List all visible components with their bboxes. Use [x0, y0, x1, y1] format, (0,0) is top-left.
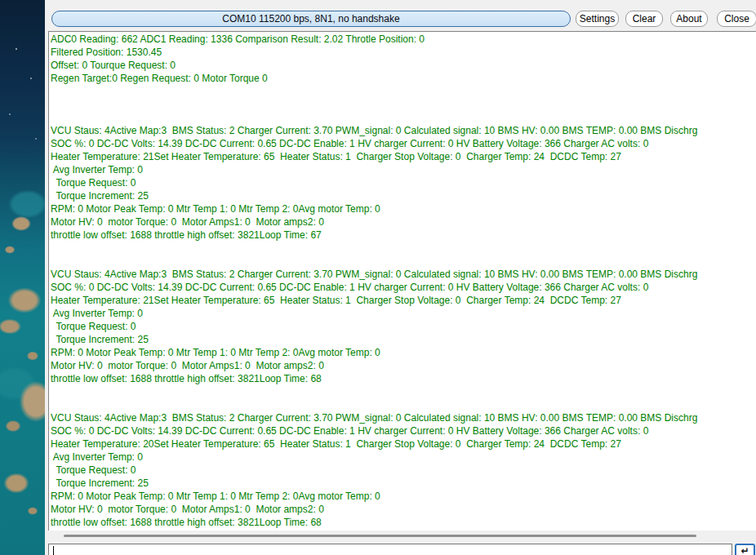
- horizontal-scrollbar[interactable]: [49, 531, 756, 542]
- terminal-line: [51, 98, 756, 111]
- terminal-line: VCU Staus: 4Active Map:3 BMS Status: 2 C…: [51, 124, 756, 137]
- terminal-line: Motor HV: 0 motor Torque: 0 Motor Amps1:…: [51, 215, 756, 229]
- terminal-line: SOC %: 0 DC-DC Volts: 14.39 DC-DC Curren…: [51, 424, 756, 437]
- receive-area[interactable]: ADC0 Reading: 662 ADC1 Reading: 1336 Com…: [48, 31, 756, 531]
- terminal-line: Avg Inverter Temp: 0: [51, 163, 756, 176]
- terminal-window: COM10 115200 bps, 8N1, no handshake Sett…: [45, 0, 756, 555]
- settings-button[interactable]: Settings: [576, 11, 619, 27]
- terminal-line: Filtered Position: 1530.45: [51, 46, 756, 59]
- terminal-line: Torque Request: 0: [51, 464, 756, 477]
- terminal-line: RPM: 0 Motor Peak Temp: 0 Mtr Temp 1: 0 …: [51, 490, 756, 503]
- terminal-line: Torque Request: 0: [51, 176, 756, 189]
- terminal-line: throttle low offset: 1688 throttle high …: [51, 372, 756, 385]
- terminal-line: SOC %: 0 DC-DC Volts: 14.39 DC-DC Curren…: [51, 137, 756, 150]
- send-button[interactable]: ↵: [735, 544, 755, 555]
- port-status-field[interactable]: COM10 115200 bps, 8N1, no handshake: [51, 11, 571, 27]
- terminal-line: VCU Staus: 4Active Map:3 BMS Status: 2 C…: [51, 268, 756, 281]
- terminal-line: Regen Target:0 Regen Request: 0 Motor To…: [51, 72, 756, 85]
- transmit-field-wrapper: [48, 544, 732, 555]
- terminal-line: Torque Request: 0: [51, 320, 756, 333]
- terminal-line: Torque Increment: 25: [51, 333, 756, 346]
- terminal-line: [51, 85, 756, 98]
- terminal-line: [51, 398, 756, 411]
- desktop-wallpaper: [0, 0, 45, 555]
- scrollbar-thumb[interactable]: [64, 535, 696, 537]
- terminal-line: Heater Temperature: 21Set Heater Tempera…: [51, 294, 756, 307]
- terminal-line: SOC %: 0 DC-DC Volts: 14.39 DC-DC Curren…: [51, 281, 756, 294]
- terminal-line: Motor HV: 0 motor Torque: 0 Motor Amps1:…: [51, 503, 756, 516]
- terminal-line: throttle low offset: 1688 throttle high …: [51, 229, 756, 242]
- terminal-line: Torque Increment: 25: [51, 189, 756, 202]
- terminal-line: ADC0 Reading: 662 ADC1 Reading: 1336 Com…: [51, 33, 756, 46]
- transmit-input[interactable]: [52, 545, 722, 555]
- terminal-line: [51, 242, 756, 255]
- terminal-line: RPM: 0 Motor Peak Temp: 0 Mtr Temp 1: 0 …: [51, 346, 756, 359]
- terminal-line: Heater Temperature: 20Set Heater Tempera…: [51, 437, 756, 451]
- terminal-line: Avg Inverter Temp: 0: [51, 451, 756, 464]
- terminal-line: Torque Increment: 25: [51, 477, 756, 490]
- close-button[interactable]: Close: [717, 11, 756, 27]
- terminal-line: throttle low offset: 1688 throttle high …: [51, 516, 756, 529]
- terminal-line: VCU Staus: 4Active Map:3 BMS Status: 2 C…: [51, 411, 756, 424]
- terminal-line: Offset: 0 Tourque Request: 0: [51, 59, 756, 72]
- terminal-line: RPM: 0 Motor Peak Temp: 0 Mtr Temp 1: 0 …: [51, 202, 756, 215]
- about-button[interactable]: About: [670, 11, 708, 27]
- terminal-line: Avg Inverter Temp: 0: [51, 307, 756, 320]
- terminal-line: [51, 255, 756, 268]
- terminal-line: [51, 111, 756, 124]
- terminal-line: [51, 385, 756, 398]
- enter-icon: ↵: [740, 545, 749, 555]
- terminal-line: Motor HV: 0 motor Torque: 0 Motor Amps1:…: [51, 359, 756, 372]
- clear-button[interactable]: Clear: [625, 11, 663, 27]
- terminal-line: Heater Temperature: 21Set Heater Tempera…: [51, 150, 756, 163]
